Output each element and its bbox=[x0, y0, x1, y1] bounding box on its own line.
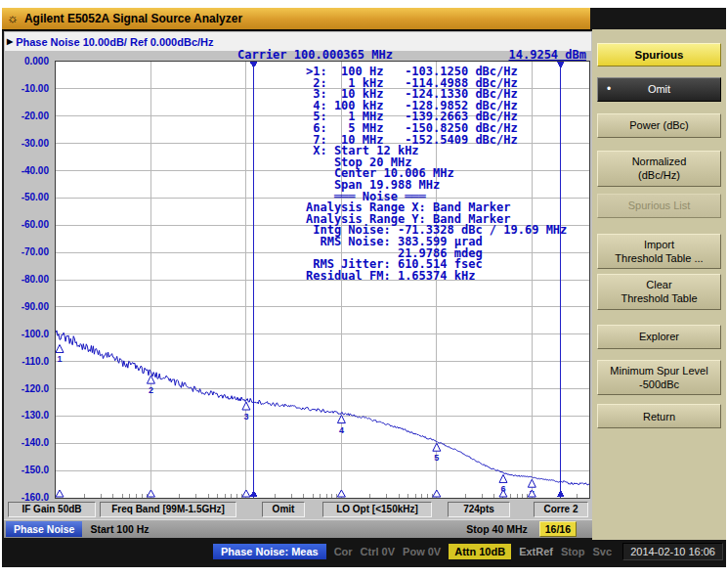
menu-button-power-dbc[interactable]: Power (dBc) bbox=[597, 113, 721, 138]
menu-button-omit[interactable]: • Omit bbox=[597, 77, 721, 102]
y-axis-label: -70.00 bbox=[4, 246, 49, 257]
menu-button-return[interactable]: Return bbox=[597, 404, 721, 428]
freq-band-cell[interactable]: Freq Band [99M-1.5GHz] bbox=[100, 502, 236, 517]
menu-button-clear-threshold-table[interactable]: Clear Threshold Table bbox=[597, 274, 721, 310]
menu-button-import-threshold-table[interactable]: Import Threshold Table ... bbox=[597, 234, 721, 270]
trace-scale-label: Phase Noise 10.00dB/ Ref 0.000dBc/Hz bbox=[16, 36, 213, 48]
indicator-pow: Pow 0V bbox=[403, 546, 441, 557]
y-axis-label: -40.00 bbox=[4, 165, 49, 176]
datetime-display: 2014-02-10 16:06 bbox=[622, 543, 723, 560]
softkey-cells-row: IF Gain 50dB Freq Band [99M-1.5GHz] Omit… bbox=[6, 501, 590, 517]
menu-button-spurious-list: Spurious List bbox=[597, 194, 721, 218]
y-axis-label: 0.000 bbox=[4, 56, 49, 67]
indicator-ctrl: Ctrl 0V bbox=[361, 546, 395, 557]
indicator-stop: Stop bbox=[561, 546, 584, 557]
title-bar: ☼ Agilent E5052A Signal Source Analyzer bbox=[2, 8, 726, 30]
y-axis-label: -120.0 bbox=[4, 383, 49, 394]
menu-header-spurious: Spurious bbox=[597, 43, 721, 67]
phase-noise-tab[interactable]: Phase Noise bbox=[6, 521, 82, 537]
correction-cell[interactable]: Corre 2 bbox=[534, 502, 588, 517]
y-axis-label: -100.0 bbox=[4, 329, 49, 339]
start-frequency-label: Start 100 Hz bbox=[90, 523, 149, 535]
y-axis-label: -140.0 bbox=[4, 437, 49, 448]
average-counter: 16/16 bbox=[539, 521, 577, 537]
phase-noise-plot[interactable]: 1234567 Carrier 100.000365 MHz 14.9254 d… bbox=[55, 61, 590, 499]
y-axis-label: -150.0 bbox=[4, 465, 49, 475]
y-axis-labels: 0.000-10.00-20.00-30.00-40.00-50.00-60.0… bbox=[4, 61, 52, 497]
title-bar-gold: ☼ Agilent E5052A Signal Source Analyzer bbox=[2, 8, 590, 29]
y-axis-label: -130.0 bbox=[4, 410, 49, 421]
measurement-panel: ▶ Phase Noise 10.00dB/ Ref 0.000dBc/Hz 0… bbox=[4, 31, 592, 538]
menu-button-normalized[interactable]: Normalized (dBc/Hz) bbox=[597, 151, 721, 187]
sun-icon: ☼ bbox=[7, 8, 19, 29]
stop-frequency-label: Stop 40 MHz bbox=[466, 523, 527, 535]
menu-button-label: Omit bbox=[648, 82, 670, 96]
trace-status-row: Phase Noise Start 100 Hz Stop 40 MHz 16/… bbox=[4, 519, 592, 538]
omit-cell[interactable]: Omit bbox=[262, 502, 305, 517]
trace-arrow-icon: ▶ bbox=[7, 37, 13, 46]
menu-button-minimum-spur-level[interactable]: Minimum Spur Level -500dBc bbox=[597, 360, 721, 396]
y-axis-label: -20.00 bbox=[4, 111, 49, 121]
window-title: Agilent E5052A Signal Source Analyzer bbox=[24, 12, 242, 25]
points-cell[interactable]: 724pts bbox=[448, 502, 510, 517]
if-gain-cell[interactable]: IF Gain 50dB bbox=[8, 502, 96, 517]
carrier-frequency-readout: Carrier 100.000365 MHz bbox=[237, 48, 393, 62]
svg-text:5: 5 bbox=[434, 453, 439, 463]
y-axis-label: -10.00 bbox=[4, 83, 49, 94]
svg-text:2: 2 bbox=[149, 385, 153, 395]
lo-opt-cell[interactable]: LO Opt [<150kHz] bbox=[322, 502, 432, 517]
y-axis-label: -60.00 bbox=[4, 219, 49, 230]
app-frame: ☼ Agilent E5052A Signal Source Analyzer … bbox=[2, 8, 726, 567]
measurement-status: Phase Noise: Meas bbox=[213, 544, 326, 559]
svg-text:3: 3 bbox=[243, 412, 248, 422]
attenuation-badge: Attn 10dB bbox=[449, 544, 511, 559]
softkey-menu: Spurious • Omit Power (dBc) Normalized (… bbox=[592, 29, 726, 540]
y-axis-label: -30.00 bbox=[4, 138, 49, 149]
svg-text:1: 1 bbox=[57, 354, 62, 364]
menu-button-explorer[interactable]: Explorer bbox=[597, 325, 721, 349]
y-axis-label: -110.0 bbox=[4, 356, 49, 367]
selected-bullet-icon: • bbox=[607, 82, 611, 98]
svg-text:4: 4 bbox=[339, 425, 344, 435]
marker-noise-readout: >1: 100 Hz -103.1250 dBc/Hz 2: 1 kHz -11… bbox=[306, 67, 567, 282]
y-axis-label: -50.00 bbox=[4, 192, 49, 202]
indicator-extref: ExtRef bbox=[519, 546, 553, 557]
y-axis-label: -90.00 bbox=[4, 301, 49, 312]
indicator-cor: Cor bbox=[334, 546, 353, 557]
indicator-svc: Svc bbox=[592, 546, 612, 557]
y-axis-label: -80.00 bbox=[4, 274, 49, 285]
system-status-bar: Phase Noise: Meas Cor Ctrl 0V Pow 0V Att… bbox=[2, 540, 726, 563]
carrier-power-readout: 14.9254 dBm bbox=[509, 48, 586, 62]
